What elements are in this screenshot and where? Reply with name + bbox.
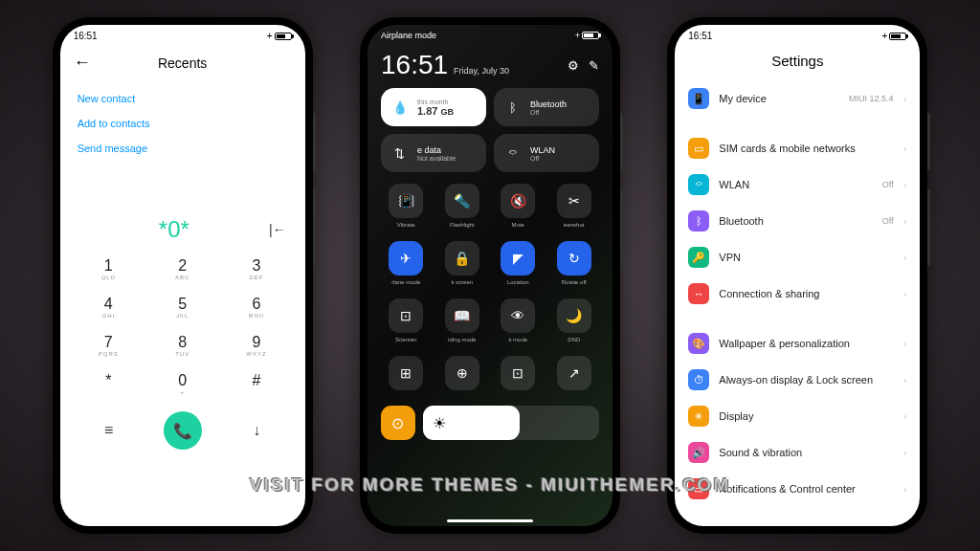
statusbar-time: 16:51 — [74, 31, 98, 41]
toggle-location[interactable]: ◤Location — [493, 237, 544, 289]
toggle-scanner[interactable]: ⊡Scanner — [381, 295, 432, 346]
setting-display[interactable]: ☀Display› — [688, 398, 906, 434]
tile-wlan[interactable]: ⌔WLANOff — [494, 134, 599, 172]
keypad-key-0[interactable]: 0+ — [145, 365, 219, 404]
toggle-dnd[interactable]: 🌙DND — [548, 295, 599, 346]
statusbar-time: 16:51 — [688, 31, 712, 41]
gear-icon[interactable]: ⚙ — [568, 58, 579, 73]
brightness-slider[interactable]: ☀ — [423, 406, 599, 440]
action-link[interactable]: Add to contacts — [78, 111, 288, 136]
page-title: Recents — [99, 55, 267, 71]
toggle-mute[interactable]: 🔇Mute — [493, 180, 544, 231]
toggle-flashlight[interactable]: 🔦Flashlight — [436, 180, 487, 231]
tile-this-month[interactable]: 💧this month1.87 GB — [381, 88, 486, 126]
keypad-key-2[interactable]: 2ABC — [145, 251, 219, 289]
keypad-key-6[interactable]: 6MNO — [219, 289, 293, 327]
setting-my-device[interactable]: 📱My deviceMIUI 12.5.4› — [688, 80, 906, 117]
statusbar: 16:51 + — [60, 25, 305, 47]
backspace-icon[interactable]: |← — [269, 222, 286, 237]
action-link[interactable]: Send message — [78, 136, 288, 161]
airplane-mode-label: Airplane mode — [381, 31, 436, 40]
collapse-icon[interactable]: ↓ — [253, 422, 260, 439]
date: Friday, July 30 — [454, 66, 509, 76]
phone-control-center: Airplane mode + 16:51 Friday, July 30 ⚙ … — [360, 17, 620, 534]
keypad-key-9[interactable]: 9WXYZ — [219, 327, 293, 365]
action-link[interactable]: New contact — [78, 86, 288, 111]
tile-e-data[interactable]: ⇅e dataNot available — [381, 134, 486, 172]
setting-notifications-control-center[interactable]: ▭Notifications & Control center› — [688, 471, 906, 507]
toggle-rlane-mode[interactable]: ✈rlane mode — [381, 237, 432, 289]
toggle-k-screen[interactable]: 🔒k screen — [436, 237, 487, 289]
setting-always-on-display-lock-screen[interactable]: ⏱Always-on display & Lock screen› — [688, 362, 906, 398]
keypad-key-7[interactable]: 7PQRS — [72, 327, 145, 365]
auto-brightness-button[interactable]: ⊙ — [381, 406, 415, 440]
menu-icon[interactable]: ≡ — [104, 422, 113, 439]
keypad-key-*[interactable]: * — [72, 365, 145, 404]
setting-bluetooth[interactable]: ᛒBluetoothOff› — [688, 203, 906, 239]
keypad-key-4[interactable]: 4GHI — [72, 289, 145, 327]
setting-wlan[interactable]: ⌔WLANOff› — [688, 166, 906, 203]
dialed-number: *0* — [79, 216, 269, 243]
phone-dialer: 16:51 + ← Recents New contactAdd to cont… — [53, 17, 313, 534]
battery-icon: + — [881, 31, 906, 41]
toggle-[interactable]: ⊕ — [436, 352, 487, 398]
setting-sim-cards-mobile-networks[interactable]: ▭SIM cards & mobile networks› — [688, 130, 906, 166]
toggle-k-mode[interactable]: 👁k mode — [493, 295, 544, 346]
toggle-vibrate[interactable]: 📳Vibrate — [381, 180, 432, 231]
home-indicator[interactable] — [447, 519, 533, 522]
clock: 16:51 — [381, 50, 448, 80]
keypad-key-3[interactable]: 3DEF — [219, 251, 293, 289]
toggle-rotate-off[interactable]: ↻Rotate off — [548, 237, 599, 289]
page-title: Settings — [675, 47, 920, 80]
toggle-[interactable]: ⊡ — [493, 352, 544, 398]
setting-connection-sharing[interactable]: ↔Connection & sharing› — [688, 276, 906, 312]
call-button[interactable]: 📞 — [164, 411, 202, 450]
toggle-eenshot[interactable]: ✂eenshot — [548, 180, 599, 231]
phone-settings: 16:51 + Settings 📱My deviceMIUI 12.5.4›▭… — [667, 17, 927, 534]
battery-icon: + — [575, 31, 599, 40]
keypad-key-8[interactable]: 8TUV — [145, 327, 219, 365]
toggle-iding-mode[interactable]: 📖iding mode — [436, 295, 487, 346]
keypad-key-5[interactable]: 5JKL — [145, 289, 219, 327]
back-icon[interactable]: ← — [74, 53, 91, 73]
edit-icon[interactable]: ✎ — [589, 58, 599, 73]
keypad-key-1[interactable]: 1QLD — [72, 251, 145, 289]
tile-bluetooth[interactable]: ᛒBluetoothOff — [494, 88, 599, 126]
toggle-[interactable]: ⊞ — [381, 352, 432, 398]
statusbar: 16:51 + — [675, 25, 920, 47]
setting-vpn[interactable]: 🔑VPN› — [688, 239, 906, 276]
toggle-[interactable]: ↗ — [548, 352, 599, 398]
setting-sound-vibration[interactable]: 🔊Sound & vibration› — [688, 434, 906, 471]
setting-wallpaper-personalization[interactable]: 🎨Wallpaper & personalization› — [688, 325, 906, 362]
keypad-key-#[interactable]: # — [219, 365, 293, 404]
battery-icon: + — [267, 31, 292, 41]
